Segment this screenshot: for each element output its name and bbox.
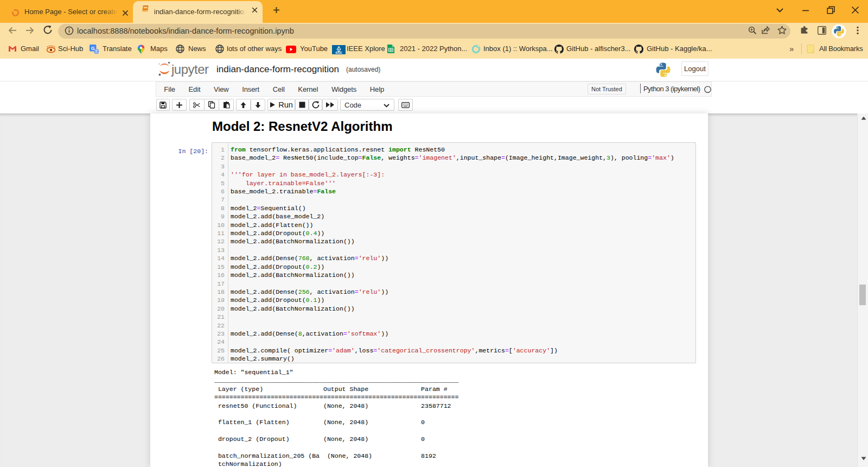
svg-text:IEEE: IEEE — [335, 51, 342, 54]
svg-text:文: 文 — [94, 49, 98, 53]
